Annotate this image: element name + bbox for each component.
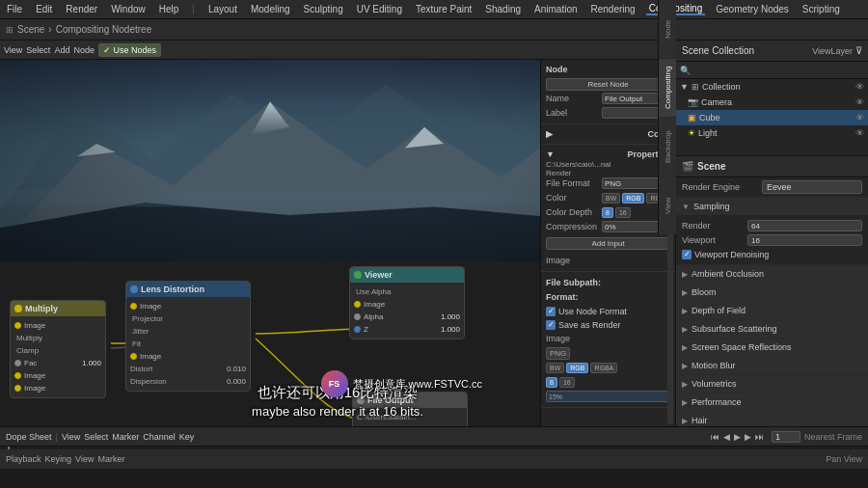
search-icon: 🔍: [680, 66, 691, 75]
tl-marker[interactable]: Marker: [97, 454, 124, 464]
outliner-item-cube[interactable]: ▣ Cube 👁: [676, 110, 868, 125]
tl-menu-marker[interactable]: Marker: [112, 432, 139, 442]
tl-playback[interactable]: Playback: [6, 454, 41, 464]
visibility-eye[interactable]: 👁: [855, 82, 864, 92]
render-engine-row: Render Engine Eevee: [676, 177, 868, 198]
ws-shading[interactable]: Shading: [482, 4, 524, 14]
node-menu-add[interactable]: Add: [54, 45, 69, 55]
rp-section-title[interactable]: ▶Hair: [676, 412, 868, 426]
vert-tab-node[interactable]: Node: [659, 0, 676, 58]
tl-pan-view: Pan View: [826, 454, 862, 464]
fo-rgb[interactable]: RGB: [566, 363, 588, 373]
menu-file[interactable]: File: [4, 4, 25, 14]
tl-menu-channel[interactable]: Channel: [143, 432, 176, 442]
color-bw[interactable]: BW: [602, 193, 620, 203]
rp-section-motion-blur: ▶Motion Blur: [676, 357, 868, 375]
menu-window[interactable]: Window: [108, 4, 149, 14]
tl-menu-key[interactable]: Key: [179, 432, 195, 442]
watermark-logo: FS: [321, 370, 348, 397]
far-right-panel: Scene Collection ViewLayer ⊽ 🔍 ▼ ⊞ Colle…: [675, 41, 868, 426]
subtitle-english: maybe also render it at 16 bits.: [0, 404, 675, 419]
next-frame-btn[interactable]: ▶: [745, 432, 751, 442]
tl-view[interactable]: View: [75, 454, 94, 464]
funnel-icon[interactable]: ⊽: [855, 45, 862, 56]
render-props-header: 🎬 Scene: [676, 156, 868, 177]
sampling-title[interactable]: ▼ Sampling: [676, 198, 868, 215]
use-node-format-checkbox[interactable]: ✓: [546, 307, 556, 316]
vert-tab-view[interactable]: View: [659, 176, 676, 234]
playhead[interactable]: [8, 447, 10, 449]
menu-help[interactable]: Help: [156, 4, 182, 14]
png-format[interactable]: PNG: [546, 347, 570, 360]
node-canvas[interactable]: Multiply Image Multiply Clamp Fac1.000 I…: [0, 60, 675, 426]
viewport-denoising-checkbox[interactable]: ✓: [682, 250, 692, 259]
ws-geometry-nodes[interactable]: Geometry Nodes: [713, 4, 792, 14]
ws-texture-paint[interactable]: Texture Paint: [413, 4, 475, 14]
rp-section-title[interactable]: ▶Subsurface Scattering: [676, 320, 868, 338]
timeline-track[interactable]: 0102030405060708090100110120130140150160…: [0, 447, 868, 449]
ws-rendering[interactable]: Rendering: [588, 4, 638, 14]
ws-animation[interactable]: Animation: [531, 4, 580, 14]
next-keyframe-btn[interactable]: ⏭: [755, 432, 764, 442]
rp-section-title[interactable]: ▶Volumetrics: [676, 375, 868, 393]
outliner-search-input[interactable]: [693, 66, 864, 75]
ws-sculpting[interactable]: Sculpting: [301, 4, 346, 14]
node-menu-node[interactable]: Node: [73, 45, 95, 55]
nearest-frame-label: Nearest Frame: [804, 432, 862, 442]
tl-keying[interactable]: Keying: [45, 454, 72, 464]
node-viewer[interactable]: Viewer Use Alpha Image Alpha1.000 Z1.000: [349, 266, 465, 339]
light-vis-eye[interactable]: 👁: [855, 128, 864, 138]
ws-modeling[interactable]: Modeling: [248, 4, 293, 14]
camera-vis-eye[interactable]: 👁: [855, 97, 864, 107]
fo-rgba[interactable]: RGBA: [590, 363, 617, 373]
watermark: FS 梵摄创意库 www.FSTVC.cc: [321, 370, 482, 397]
tl-menu-view[interactable]: View: [62, 432, 80, 442]
use-nodes-button[interactable]: ✓ Use Nodes: [98, 43, 161, 57]
outliner-item-light[interactable]: ☀ Light 👁: [676, 125, 868, 141]
depth-8[interactable]: 8: [602, 207, 613, 218]
node-properties-panel: Node Reset Node Name File Output Label: [540, 60, 675, 426]
socket: [354, 313, 361, 320]
menu-render[interactable]: Render: [63, 4, 100, 14]
node-lens-distortion[interactable]: Lens Distortion Image Projector Jitter F…: [125, 281, 251, 392]
node-menu-select[interactable]: Select: [26, 45, 50, 55]
render-samples[interactable]: 64: [747, 220, 862, 231]
ws-uv-editing[interactable]: UV Editing: [354, 4, 405, 14]
top-menu-bar: File Edit Render Window Help | Layout Mo…: [0, 0, 868, 19]
fo-bw[interactable]: BW: [546, 363, 564, 373]
play-btn[interactable]: ▶: [734, 432, 741, 442]
outliner-item-camera[interactable]: 📷 Camera 👁: [676, 95, 868, 110]
current-frame-input[interactable]: 1: [772, 431, 800, 443]
color-rgb[interactable]: RGB: [622, 193, 644, 203]
render-engine-dropdown[interactable]: Eevee: [762, 180, 862, 194]
rp-section-ambient-occlusion: ▶Ambient Occlusion: [676, 265, 868, 284]
outliner-item-collection[interactable]: ▼ ⊞ Collection 👁: [676, 79, 868, 95]
mesh-icon: ▣: [688, 113, 696, 122]
rp-section-title[interactable]: ▶Motion Blur: [676, 357, 868, 374]
save-as-render-checkbox[interactable]: ✓: [546, 320, 556, 330]
timeline-bar: Dope Sheet | View Select Marker Channel …: [0, 426, 868, 469]
prev-keyframe-btn[interactable]: ⏮: [711, 432, 719, 442]
depth-16[interactable]: 16: [615, 207, 631, 218]
prev-frame-btn[interactable]: ◀: [723, 432, 730, 442]
ws-scripting[interactable]: Scripting: [800, 4, 843, 14]
render-properties-panel: 🎬 Scene Render Engine Eevee ▼ Sampling R…: [676, 156, 868, 426]
reset-node-button[interactable]: Reset Node: [546, 78, 670, 91]
vert-tab-compositing[interactable]: Compositing: [659, 59, 676, 117]
rp-section-title[interactable]: ▶Screen Space Reflections: [676, 339, 868, 356]
breadcrumb-scene[interactable]: Scene: [17, 24, 44, 35]
breadcrumb-separator: ›: [48, 24, 51, 35]
menu-edit[interactable]: Edit: [33, 4, 55, 14]
ws-layout[interactable]: Layout: [205, 4, 240, 14]
tl-menu-select[interactable]: Select: [84, 432, 108, 442]
rp-section-title[interactable]: ▶Bloom: [676, 284, 868, 301]
node-menu-view[interactable]: View: [4, 45, 22, 55]
rp-section-title[interactable]: ▶Ambient Occlusion: [676, 265, 868, 283]
rp-section-title[interactable]: ▶Depth of Field: [676, 302, 868, 319]
vert-tab-backdrop[interactable]: Backdrop: [659, 118, 676, 176]
viewport-samples[interactable]: 16: [747, 234, 862, 246]
add-input-button[interactable]: Add Input: [546, 237, 670, 250]
rp-section-performance: ▶Performance: [676, 393, 868, 412]
rp-section-title[interactable]: ▶Performance: [676, 393, 868, 411]
cube-vis-eye[interactable]: 👁: [855, 113, 864, 122]
